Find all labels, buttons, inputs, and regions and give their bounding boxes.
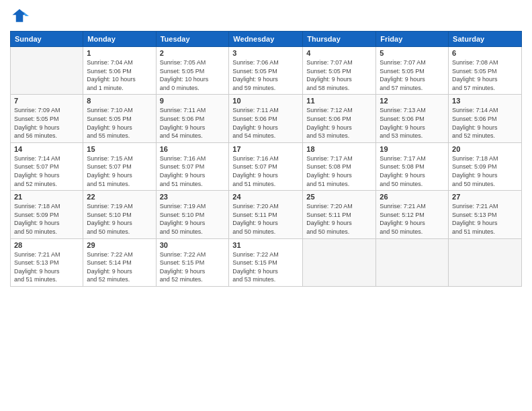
day-info: Sunrise: 7:07 AM Sunset: 5:05 PM Dayligh… xyxy=(380,58,445,92)
calendar-day-cell: 19Sunrise: 7:17 AM Sunset: 5:08 PM Dayli… xyxy=(376,142,449,190)
day-number: 26 xyxy=(380,193,445,201)
day-number: 23 xyxy=(160,193,226,201)
day-number: 17 xyxy=(232,145,299,153)
day-number: 20 xyxy=(452,145,518,153)
calendar-week-row: 1Sunrise: 7:04 AM Sunset: 5:06 PM Daylig… xyxy=(11,47,522,95)
day-info: Sunrise: 7:20 AM Sunset: 5:11 PM Dayligh… xyxy=(306,202,372,236)
calendar-week-row: 28Sunrise: 7:21 AM Sunset: 5:13 PM Dayli… xyxy=(11,238,522,286)
calendar-day-cell: 12Sunrise: 7:13 AM Sunset: 5:06 PM Dayli… xyxy=(376,95,449,142)
day-number: 10 xyxy=(232,97,299,105)
day-info: Sunrise: 7:18 AM Sunset: 5:09 PM Dayligh… xyxy=(14,202,79,236)
calendar-day-cell: 2Sunrise: 7:05 AM Sunset: 5:05 PM Daylig… xyxy=(156,47,229,95)
day-info: Sunrise: 7:19 AM Sunset: 5:10 PM Dayligh… xyxy=(87,202,152,236)
day-number: 1 xyxy=(87,49,152,57)
day-info: Sunrise: 7:15 AM Sunset: 5:07 PM Dayligh… xyxy=(87,154,152,188)
calendar-day-cell: 5Sunrise: 7:07 AM Sunset: 5:05 PM Daylig… xyxy=(376,47,449,95)
calendar-day-cell: 29Sunrise: 7:22 AM Sunset: 5:14 PM Dayli… xyxy=(83,238,156,286)
calendar-day-cell: 21Sunrise: 7:18 AM Sunset: 5:09 PM Dayli… xyxy=(11,191,83,238)
day-number: 11 xyxy=(306,97,372,105)
svg-marker-0 xyxy=(13,9,27,22)
page: SundayMondayTuesdayWednesdayThursdayFrid… xyxy=(0,0,532,411)
day-number: 24 xyxy=(232,193,299,201)
day-info: Sunrise: 7:07 AM Sunset: 5:05 PM Dayligh… xyxy=(306,58,372,92)
calendar-day-cell: 30Sunrise: 7:22 AM Sunset: 5:15 PM Dayli… xyxy=(156,238,229,286)
calendar-day-cell: 6Sunrise: 7:08 AM Sunset: 5:05 PM Daylig… xyxy=(449,47,522,95)
day-info: Sunrise: 7:14 AM Sunset: 5:07 PM Dayligh… xyxy=(14,154,79,188)
day-number: 21 xyxy=(14,193,79,201)
day-number: 4 xyxy=(306,49,372,57)
day-info: Sunrise: 7:16 AM Sunset: 5:07 PM Dayligh… xyxy=(232,154,299,188)
day-number: 16 xyxy=(160,145,226,153)
day-header: Friday xyxy=(376,32,449,47)
calendar-day-cell: 28Sunrise: 7:21 AM Sunset: 5:13 PM Dayli… xyxy=(11,238,83,286)
day-info: Sunrise: 7:05 AM Sunset: 5:05 PM Dayligh… xyxy=(160,58,226,92)
day-info: Sunrise: 7:10 AM Sunset: 5:05 PM Dayligh… xyxy=(87,106,152,140)
day-number: 30 xyxy=(160,241,226,249)
day-number: 22 xyxy=(87,193,152,201)
day-number: 14 xyxy=(14,145,79,153)
day-number: 18 xyxy=(306,145,372,153)
day-info: Sunrise: 7:21 AM Sunset: 5:13 PM Dayligh… xyxy=(14,250,79,284)
day-info: Sunrise: 7:04 AM Sunset: 5:06 PM Dayligh… xyxy=(87,58,152,92)
day-number: 31 xyxy=(232,241,299,249)
day-info: Sunrise: 7:22 AM Sunset: 5:15 PM Dayligh… xyxy=(232,250,299,284)
calendar-day-cell: 3Sunrise: 7:06 AM Sunset: 5:05 PM Daylig… xyxy=(229,47,303,95)
calendar-day-cell: 4Sunrise: 7:07 AM Sunset: 5:05 PM Daylig… xyxy=(303,47,376,95)
day-info: Sunrise: 7:09 AM Sunset: 5:05 PM Dayligh… xyxy=(14,106,79,140)
calendar-header-row: SundayMondayTuesdayWednesdayThursdayFrid… xyxy=(11,32,522,47)
calendar-day-cell: 11Sunrise: 7:12 AM Sunset: 5:06 PM Dayli… xyxy=(303,95,376,142)
day-info: Sunrise: 7:17 AM Sunset: 5:08 PM Dayligh… xyxy=(306,154,372,188)
calendar-day-cell: 17Sunrise: 7:16 AM Sunset: 5:07 PM Dayli… xyxy=(229,142,303,190)
calendar-day-cell: 14Sunrise: 7:14 AM Sunset: 5:07 PM Dayli… xyxy=(11,142,83,190)
day-number: 19 xyxy=(380,145,445,153)
calendar-day-cell: 8Sunrise: 7:10 AM Sunset: 5:05 PM Daylig… xyxy=(83,95,156,142)
logo-icon xyxy=(10,7,29,26)
day-header: Thursday xyxy=(303,32,376,47)
logo xyxy=(10,7,32,26)
day-info: Sunrise: 7:21 AM Sunset: 5:12 PM Dayligh… xyxy=(380,202,445,236)
day-header: Monday xyxy=(83,32,156,47)
day-number: 5 xyxy=(380,49,445,57)
day-info: Sunrise: 7:20 AM Sunset: 5:11 PM Dayligh… xyxy=(232,202,299,236)
day-info: Sunrise: 7:22 AM Sunset: 5:14 PM Dayligh… xyxy=(87,250,152,284)
day-number: 3 xyxy=(232,49,299,57)
calendar-day-cell: 31Sunrise: 7:22 AM Sunset: 5:15 PM Dayli… xyxy=(229,238,303,286)
calendar-day-cell: 24Sunrise: 7:20 AM Sunset: 5:11 PM Dayli… xyxy=(229,191,303,238)
header xyxy=(10,7,522,26)
day-info: Sunrise: 7:11 AM Sunset: 5:06 PM Dayligh… xyxy=(232,106,299,140)
day-info: Sunrise: 7:11 AM Sunset: 5:06 PM Dayligh… xyxy=(160,106,226,140)
day-header: Sunday xyxy=(11,32,83,47)
day-number: 8 xyxy=(87,97,152,105)
calendar-day-cell: 7Sunrise: 7:09 AM Sunset: 5:05 PM Daylig… xyxy=(11,95,83,142)
calendar-week-row: 7Sunrise: 7:09 AM Sunset: 5:05 PM Daylig… xyxy=(11,95,522,142)
calendar-day-cell: 16Sunrise: 7:16 AM Sunset: 5:07 PM Dayli… xyxy=(156,142,229,190)
day-info: Sunrise: 7:12 AM Sunset: 5:06 PM Dayligh… xyxy=(306,106,372,140)
calendar-day-cell xyxy=(449,238,522,286)
calendar-week-row: 14Sunrise: 7:14 AM Sunset: 5:07 PM Dayli… xyxy=(11,142,522,190)
day-number: 13 xyxy=(452,97,518,105)
calendar-day-cell: 9Sunrise: 7:11 AM Sunset: 5:06 PM Daylig… xyxy=(156,95,229,142)
day-info: Sunrise: 7:19 AM Sunset: 5:10 PM Dayligh… xyxy=(160,202,226,236)
calendar-day-cell: 25Sunrise: 7:20 AM Sunset: 5:11 PM Dayli… xyxy=(303,191,376,238)
day-number: 2 xyxy=(160,49,226,57)
day-header: Wednesday xyxy=(229,32,303,47)
day-info: Sunrise: 7:16 AM Sunset: 5:07 PM Dayligh… xyxy=(160,154,226,188)
calendar-day-cell: 10Sunrise: 7:11 AM Sunset: 5:06 PM Dayli… xyxy=(229,95,303,142)
day-number: 6 xyxy=(452,49,518,57)
day-info: Sunrise: 7:14 AM Sunset: 5:06 PM Dayligh… xyxy=(452,106,518,140)
calendar-day-cell: 23Sunrise: 7:19 AM Sunset: 5:10 PM Dayli… xyxy=(156,191,229,238)
day-number: 7 xyxy=(14,97,79,105)
calendar-day-cell: 1Sunrise: 7:04 AM Sunset: 5:06 PM Daylig… xyxy=(83,47,156,95)
day-number: 15 xyxy=(87,145,152,153)
day-number: 27 xyxy=(452,193,518,201)
calendar-day-cell: 15Sunrise: 7:15 AM Sunset: 5:07 PM Dayli… xyxy=(83,142,156,190)
calendar-day-cell: 26Sunrise: 7:21 AM Sunset: 5:12 PM Dayli… xyxy=(376,191,449,238)
day-info: Sunrise: 7:13 AM Sunset: 5:06 PM Dayligh… xyxy=(380,106,445,140)
calendar-day-cell: 13Sunrise: 7:14 AM Sunset: 5:06 PM Dayli… xyxy=(449,95,522,142)
day-header: Tuesday xyxy=(156,32,229,47)
day-info: Sunrise: 7:17 AM Sunset: 5:08 PM Dayligh… xyxy=(380,154,445,188)
day-header: Saturday xyxy=(449,32,522,47)
calendar-day-cell: 27Sunrise: 7:21 AM Sunset: 5:13 PM Dayli… xyxy=(449,191,522,238)
calendar-week-row: 21Sunrise: 7:18 AM Sunset: 5:09 PM Dayli… xyxy=(11,191,522,238)
day-info: Sunrise: 7:18 AM Sunset: 5:09 PM Dayligh… xyxy=(452,154,518,188)
